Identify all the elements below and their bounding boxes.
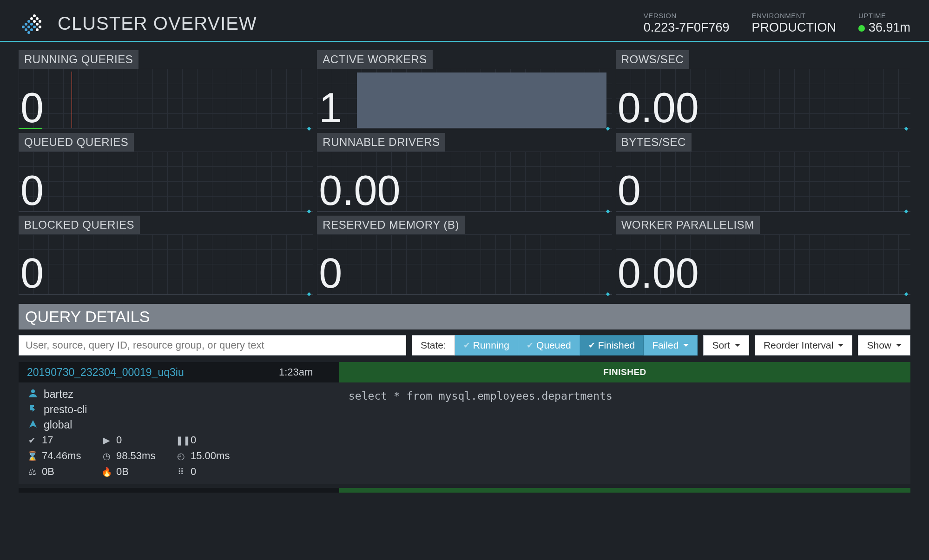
reorder-interval-dropdown[interactable]: Reorder Interval <box>755 335 853 356</box>
resource-group-icon <box>27 419 39 431</box>
svg-point-1 <box>25 23 27 26</box>
stat-cumulative-memory: 0B <box>116 466 129 478</box>
metric-bytes-per-sec: BYTES/SEC 0 <box>616 133 910 212</box>
svg-point-13 <box>36 17 39 20</box>
state-filter-running[interactable]: ✔Running <box>455 335 518 356</box>
svg-point-7 <box>30 28 33 31</box>
uptime-label: UPTIME <box>858 12 910 20</box>
metric-value: 0.00 <box>616 252 699 294</box>
environment-label: ENVIRONMENT <box>751 12 836 20</box>
metric-value: 0 <box>317 252 342 294</box>
stat-cpu: 98.53ms <box>116 450 155 462</box>
svg-point-0 <box>22 26 25 28</box>
sparkline-area-icon <box>357 72 606 128</box>
uptime-block: UPTIME 36.91m <box>858 12 910 35</box>
metric-label: BYTES/SEC <box>616 133 692 152</box>
svg-point-4 <box>27 26 30 28</box>
query-details-title: QUERY DETAILS <box>19 304 910 329</box>
svg-point-12 <box>33 14 36 17</box>
stopwatch-icon: ◴ <box>176 451 186 461</box>
scale-icon: ⚖ <box>27 467 37 477</box>
sparkline-marker-icon <box>72 72 72 128</box>
query-row: 20190730_232304_00019_uq3iu 1:23am FINIS… <box>19 362 910 484</box>
presto-logo-icon <box>19 9 46 37</box>
metric-value: 0 <box>19 87 44 129</box>
query-resource-group: global <box>44 419 72 431</box>
metric-worker-parallelism: WORKER PARALLELISM 0.00 <box>616 216 910 295</box>
metric-running-queries: RUNNING QUERIES 0 <box>19 50 313 129</box>
query-details-toolbar: State: ✔Running ✔Queued ✔Finished Failed… <box>19 335 910 356</box>
metric-label: RUNNING QUERIES <box>19 50 138 69</box>
stat-data-read: 0 <box>191 466 196 478</box>
state-filter-failed[interactable]: Failed <box>644 335 698 356</box>
metric-value: 0 <box>19 252 44 294</box>
version-label: VERSION <box>644 12 730 20</box>
state-filter-finished[interactable]: ✔Finished <box>580 335 644 356</box>
state-label: State: <box>412 335 455 356</box>
metric-value: 0.00 <box>616 87 699 129</box>
pause-icon: ❚❚ <box>176 435 186 446</box>
play-icon: ▶ <box>101 435 112 446</box>
check-icon: ✔ <box>527 340 534 350</box>
fire-icon: 🔥 <box>101 467 112 477</box>
svg-point-3 <box>25 28 27 31</box>
uptime-status-dot-icon <box>858 25 865 32</box>
svg-point-11 <box>36 23 39 26</box>
source-icon <box>27 404 39 415</box>
metric-label: RESERVED MEMORY (B) <box>317 216 465 234</box>
header-bar: CLUSTER OVERVIEW VERSION 0.223-7F0F769 E… <box>0 0 929 42</box>
state-filter-queued[interactable]: ✔Queued <box>518 335 580 356</box>
environment-value: PRODUCTION <box>751 20 836 35</box>
metric-label: RUNNABLE DRIVERS <box>317 133 445 152</box>
stat-planned: 15.00ms <box>191 450 230 462</box>
metric-value: 0 <box>616 170 641 211</box>
query-user: bartez <box>44 388 73 401</box>
stat-completed-splits: 17 <box>42 434 53 446</box>
metric-label: ROWS/SEC <box>616 50 690 69</box>
metric-label: ACTIVE WORKERS <box>317 50 432 69</box>
stat-elapsed: 74.46ms <box>42 450 81 462</box>
grid-icon: ⠿ <box>176 467 186 477</box>
version-value: 0.223-7F0F769 <box>644 20 730 35</box>
query-search-input[interactable] <box>19 335 406 356</box>
metric-value: 1 <box>317 87 342 129</box>
svg-point-10 <box>33 20 36 23</box>
metric-rows-per-sec: ROWS/SEC 0.00 <box>616 50 910 129</box>
metric-reserved-memory: RESERVED MEMORY (B) 0 <box>317 216 612 295</box>
show-dropdown[interactable]: Show <box>858 335 910 356</box>
svg-point-16 <box>36 28 39 31</box>
query-time: 1:23am <box>279 366 339 378</box>
uptime-value: 36.91m <box>869 20 910 34</box>
svg-point-2 <box>27 20 30 23</box>
svg-point-15 <box>39 26 41 28</box>
metric-label: BLOCKED QUERIES <box>19 216 140 234</box>
metric-label: QUEUED QUERIES <box>19 133 134 152</box>
svg-point-8 <box>33 26 36 28</box>
metric-blocked-queries: BLOCKED QUERIES 0 <box>19 216 313 295</box>
metrics-grid: RUNNING QUERIES 0 ACTIVE WORKERS 1 ROWS/… <box>0 42 929 297</box>
stat-running-splits: 0 <box>116 434 122 446</box>
svg-point-14 <box>39 20 41 23</box>
metric-label: WORKER PARALLELISM <box>616 216 760 234</box>
stat-peak-memory: 0B <box>42 466 54 478</box>
page-title: CLUSTER OVERVIEW <box>58 13 257 34</box>
metric-value: 0.00 <box>317 170 400 211</box>
metric-value: 0 <box>19 170 44 211</box>
check-icon: ✔ <box>588 340 595 350</box>
metric-active-workers: ACTIVE WORKERS 1 <box>317 50 612 129</box>
query-source: presto-cli <box>44 403 87 416</box>
clock-icon: ◷ <box>101 451 112 461</box>
svg-point-9 <box>30 17 33 20</box>
version-block: VERSION 0.223-7F0F769 <box>644 12 730 35</box>
check-icon: ✔ <box>27 435 37 446</box>
query-status-badge: FINISHED <box>339 362 910 382</box>
hourglass-icon: ⌛ <box>27 451 37 461</box>
query-id-link[interactable]: 20190730_232304_00019_uq3iu <box>19 366 279 379</box>
metric-queued-queries: QUEUED QUERIES 0 <box>19 133 313 212</box>
svg-point-5 <box>30 23 33 26</box>
sort-dropdown[interactable]: Sort <box>703 335 749 356</box>
user-icon <box>27 389 39 400</box>
query-row <box>19 488 910 493</box>
query-sql-preview: select * from mysql.employees.department… <box>339 382 910 484</box>
stat-queued-splits: 0 <box>191 434 196 446</box>
